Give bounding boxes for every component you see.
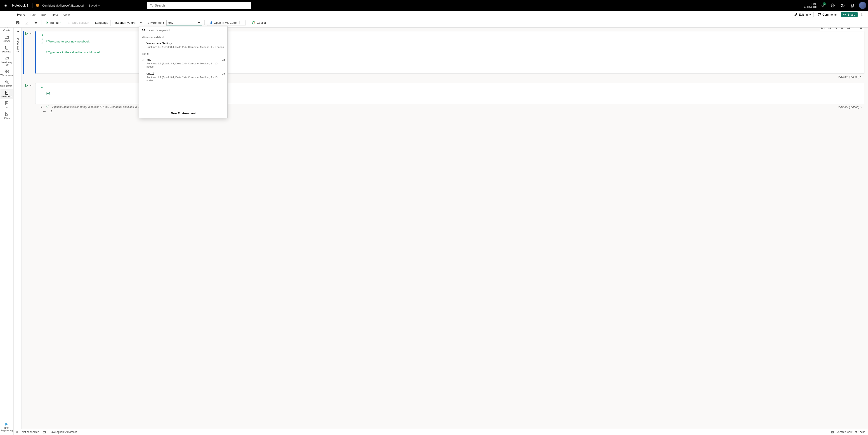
sensitivity-label[interactable]: Confidential\Microsoft Extended — [42, 4, 84, 7]
download-icon — [25, 21, 29, 25]
tab-data[interactable]: Data — [49, 12, 61, 18]
settings-button[interactable] — [829, 2, 836, 9]
env-item-env[interactable]: env Runtime: 1.2 (Spark 3.4, Delta 2.4),… — [139, 56, 227, 70]
run-cell-dropdown[interactable] — [30, 32, 33, 36]
svg-point-4 — [5, 5, 6, 6]
connection-status[interactable]: Not connected — [22, 431, 39, 434]
environment-dropdown[interactable]: env — [166, 20, 202, 26]
save-icon — [16, 21, 20, 25]
chevron-down-icon[interactable] — [239, 21, 244, 24]
play-icon — [45, 21, 49, 24]
trial-status[interactable]: Trial: 57 days left — [804, 2, 816, 8]
share-button[interactable]: Share — [841, 12, 858, 17]
folder-icon — [4, 35, 9, 39]
open-external-icon[interactable] — [222, 59, 225, 63]
environment-popover: Workspace default Workspace Settings Run… — [139, 26, 228, 118]
run-all-button[interactable]: Run all — [44, 20, 64, 25]
svg-rect-13 — [861, 13, 864, 16]
env-filter-input[interactable] — [147, 29, 225, 32]
svg-rect-30 — [835, 28, 837, 29]
sensitivity-icon — [35, 3, 39, 7]
tab-edit[interactable]: Edit — [28, 12, 38, 18]
cell-markdown-toggle[interactable]: M↓ — [820, 28, 826, 31]
search-icon — [142, 28, 146, 32]
save-button[interactable] — [14, 20, 21, 26]
connection-status-icon — [16, 431, 18, 433]
comments-button[interactable]: Comments — [815, 12, 839, 17]
feedback-button[interactable] — [849, 2, 856, 9]
svg-point-3 — [4, 5, 4, 6]
help-button[interactable] — [839, 2, 846, 9]
cell-delete[interactable] — [858, 28, 864, 31]
open-external-icon[interactable] — [222, 72, 225, 76]
run-cell-dropdown[interactable] — [30, 84, 33, 88]
expand-lakehouses-button[interactable] — [15, 29, 20, 34]
run-cell-button[interactable] — [25, 84, 28, 88]
monitor-icon — [4, 56, 9, 61]
cell-language-picker[interactable]: PySpark (Python) — [838, 75, 862, 79]
chevron-down-icon — [809, 13, 811, 15]
svg-rect-29 — [828, 28, 831, 29]
global-search[interactable] — [147, 2, 251, 9]
language-label: Language — [95, 21, 108, 24]
rail-notebook-item[interactable]: Notebook 1 — [0, 89, 13, 99]
cell-language-picker[interactable]: PySpark (Python) — [838, 105, 862, 109]
tab-run[interactable]: Run — [38, 12, 49, 18]
svg-rect-20 — [5, 70, 6, 71]
run-cell-button[interactable] — [25, 32, 28, 36]
editing-mode-button[interactable]: Editing — [792, 12, 814, 18]
app-launcher[interactable] — [2, 2, 9, 9]
search-icon — [149, 4, 153, 7]
cell-lock[interactable] — [833, 28, 838, 31]
open-in-vscode-button[interactable]: Open in VS Code — [207, 20, 246, 26]
settings-toolbar-button[interactable] — [33, 20, 39, 26]
pencil-icon — [794, 13, 798, 16]
rail-env-item[interactable]: env — [0, 100, 13, 110]
cell-more[interactable]: ⋯ — [852, 28, 857, 31]
search-input[interactable] — [155, 4, 249, 7]
check-icon — [46, 105, 49, 109]
rail-monitoring[interactable]: Monitoring hub — [0, 55, 13, 67]
comment-icon — [818, 13, 821, 16]
svg-point-8 — [6, 6, 7, 7]
output-more-button[interactable]: ⋯ — [43, 110, 46, 113]
env-item-env11[interactable]: env11 Runtime: 1.2 (Spark 3.4, Delta 2.4… — [139, 70, 227, 84]
chevron-right-double-icon — [16, 30, 19, 33]
env-item-workspace-settings[interactable]: Workspace Settings Runtime: 1.2 (Spark 3… — [139, 40, 227, 51]
svg-point-10 — [832, 5, 833, 6]
notebook-title[interactable]: Notebook 1 — [11, 4, 30, 7]
svg-point-24 — [5, 81, 7, 82]
rail-workspace-item[interactable]: Shuaijun_Demo_Env — [0, 79, 13, 89]
rail-datahub[interactable]: Data hub — [0, 44, 13, 54]
rail-workspaces[interactable]: Workspaces — [0, 68, 13, 78]
rail-env11-item[interactable]: env11 — [0, 110, 13, 120]
tab-view[interactable]: View — [61, 12, 72, 18]
svg-point-31 — [143, 29, 145, 31]
notifications-button[interactable]: 6 — [819, 2, 827, 9]
code-editor[interactable]: 1+1 — [45, 85, 67, 102]
svg-rect-22 — [5, 72, 6, 73]
rail-persona[interactable]: Data Engineering — [0, 421, 13, 433]
notebook-icon — [4, 90, 9, 95]
stop-session-button[interactable]: Stop session — [66, 20, 90, 25]
tab-home[interactable]: Home — [14, 11, 28, 18]
share-icon — [843, 13, 846, 16]
check-icon — [142, 59, 145, 63]
svg-rect-15 — [68, 22, 70, 24]
language-dropdown[interactable]: PySpark (Python) — [111, 20, 144, 26]
copilot-panel-button[interactable] — [860, 12, 866, 17]
user-avatar[interactable] — [859, 2, 866, 9]
cell-toggle-output[interactable] — [827, 28, 832, 31]
code-editor[interactable]: # Welcome to your new notebook # Type he… — [46, 33, 100, 72]
rail-browse[interactable]: Browse — [0, 33, 13, 43]
copilot-button[interactable]: Copilot — [250, 20, 267, 26]
cell-comment[interactable] — [846, 28, 851, 31]
new-environment-button[interactable]: New Environment — [139, 109, 227, 118]
save-option-status[interactable]: Save option: Automatic — [50, 431, 77, 434]
svg-rect-33 — [832, 431, 833, 433]
cell-freeze[interactable] — [839, 28, 845, 31]
saved-status[interactable]: · Saved — [87, 4, 100, 7]
download-button[interactable] — [24, 20, 30, 26]
env-section-default: Workspace default — [139, 34, 227, 40]
svg-rect-21 — [7, 70, 8, 71]
